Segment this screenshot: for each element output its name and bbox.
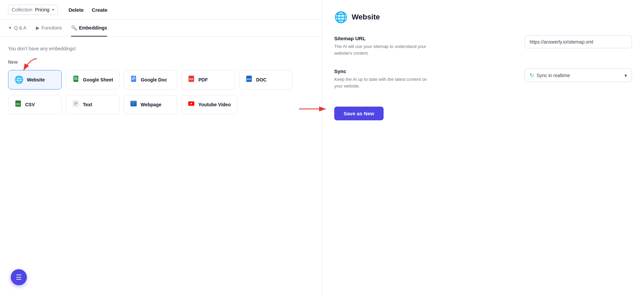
content-area: You don't have any embeddings! New 🌐 Web… (0, 37, 322, 296)
youtube-icon (188, 100, 195, 109)
play-icon: ▶ (36, 25, 40, 31)
google-doc-icon (130, 75, 137, 84)
left-panel: Collection Pricing ▾ Delete Create ✦ Q &… (0, 0, 322, 296)
svg-rect-18 (74, 103, 78, 104)
top-bar: Collection Pricing ▾ Delete Create (0, 0, 322, 20)
svg-text:PDF: PDF (189, 78, 194, 80)
svg-rect-17 (74, 102, 78, 103)
sync-select[interactable]: ↻ Sync in realtime ▾ (525, 68, 632, 82)
embed-label-doc: DOC (256, 77, 266, 82)
embed-item-text[interactable]: Text (66, 95, 119, 114)
svg-rect-3 (74, 79, 78, 80)
embed-label-csv: CSV (25, 102, 35, 107)
sitemap-control (525, 36, 632, 48)
svg-text:DOC: DOC (247, 78, 252, 80)
svg-rect-9 (134, 76, 135, 77)
sync-label: Sync (334, 68, 448, 74)
sitemap-input[interactable] (525, 36, 632, 48)
collection-value: Pricing (35, 7, 49, 12)
embed-item-pdf[interactable]: PDF PDF (181, 70, 235, 90)
fab-button[interactable]: ☰ (11, 269, 27, 285)
tab-embeddings[interactable]: 🔍 Embeddings (71, 20, 107, 37)
right-panel: 🌐 Website Sitemap URL The AI will use yo… (322, 0, 644, 296)
embed-item-google-doc[interactable]: Google Doc (123, 70, 177, 90)
csv-icon: CSV (14, 100, 22, 109)
embed-label-youtube: Youtube Video (198, 102, 231, 107)
collection-dropdown[interactable]: Collection Pricing ▾ (8, 5, 58, 15)
tab-embeddings-label: Embeddings (79, 25, 107, 31)
website-title: Website (352, 13, 380, 21)
embed-row-1: 🌐 Website Google Sheet (8, 70, 314, 90)
menu-icon: ☰ (16, 274, 22, 281)
embed-label-website: Website (27, 77, 45, 82)
globe-icon: 🌐 (334, 11, 348, 23)
sync-description: Keep the AI up to date with the latest c… (334, 76, 435, 89)
sync-label-group: Sync Keep the AI up to date with the lat… (334, 68, 448, 89)
save-arrow-annotation (297, 101, 331, 117)
tab-functions-label: Functions (42, 25, 62, 31)
embed-label-webpage: Webpage (141, 102, 161, 107)
embed-label-pdf: PDF (198, 77, 208, 82)
sitemap-description: The AI will use your sitemap to understa… (334, 43, 435, 56)
delete-button[interactable]: Delete (68, 7, 84, 13)
doc-icon: DOC (245, 75, 253, 84)
text-icon (72, 100, 80, 109)
embed-item-website[interactable]: 🌐 Website (8, 70, 62, 90)
sync-control: ↻ Sync in realtime ▾ (525, 68, 632, 82)
embed-label-text: Text (83, 102, 92, 107)
sparkle-icon: ✦ (8, 25, 12, 31)
embed-label-google-doc: Google Doc (141, 77, 167, 82)
webpage-icon (130, 100, 137, 109)
empty-message: You don't have any embeddings! (8, 46, 314, 51)
embed-item-youtube[interactable]: Youtube Video (181, 95, 237, 114)
tab-qa-label: Q & A (14, 25, 27, 31)
google-sheet-icon (72, 75, 80, 84)
embed-item-webpage[interactable]: Webpage (123, 95, 177, 114)
svg-rect-19 (74, 105, 77, 105)
svg-text:CSV: CSV (16, 103, 20, 105)
nav-tabs: ✦ Q & A ▶ Functions 🔍 Embeddings (0, 20, 322, 37)
sync-option: Sync in realtime (537, 73, 570, 78)
tab-functions[interactable]: ▶ Functions (36, 20, 62, 37)
svg-rect-1 (74, 77, 78, 78)
embed-item-doc[interactable]: DOC DOC (239, 70, 293, 90)
create-button[interactable]: Create (92, 7, 107, 13)
svg-rect-8 (132, 79, 134, 80)
svg-rect-21 (131, 102, 136, 103)
sitemap-section: Sitemap URL The AI will use your sitemap… (334, 36, 632, 56)
sitemap-label: Sitemap URL (334, 36, 448, 41)
svg-rect-7 (132, 78, 136, 79)
embed-label-google-sheet: Google Sheet (83, 77, 113, 82)
embed-item-csv[interactable]: CSV CSV (8, 95, 62, 114)
website-header: 🌐 Website (334, 11, 632, 23)
embed-item-google-sheet[interactable]: Google Sheet (66, 70, 119, 90)
svg-rect-6 (132, 77, 136, 78)
sync-icon: ↻ (530, 72, 534, 78)
chevron-down-icon: ▾ (52, 7, 54, 12)
save-as-new-button[interactable]: Save as New (334, 107, 384, 120)
svg-rect-2 (74, 78, 78, 79)
website-icon: 🌐 (14, 75, 23, 84)
new-section-label: New (8, 59, 314, 65)
embed-row-2: CSV CSV Text (8, 95, 314, 114)
pdf-icon: PDF (188, 75, 195, 84)
svg-rect-4 (74, 76, 77, 77)
collection-label: Collection (12, 7, 32, 12)
sitemap-label-group: Sitemap URL The AI will use your sitemap… (334, 36, 448, 56)
search-icon: 🔍 (71, 25, 77, 31)
top-bar-actions: Delete Create (68, 7, 107, 13)
tab-qa[interactable]: ✦ Q & A (8, 20, 27, 37)
sync-select-inner: ↻ Sync in realtime (530, 72, 570, 78)
select-chevron-icon: ▾ (625, 73, 627, 78)
sync-section: Sync Keep the AI up to date with the lat… (334, 68, 632, 89)
